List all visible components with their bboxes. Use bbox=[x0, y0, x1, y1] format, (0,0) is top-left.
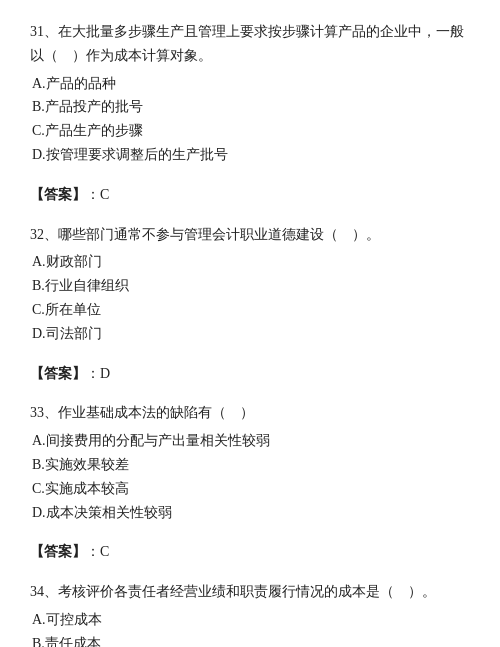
question-33-option-c: C.实施成本较高 bbox=[32, 477, 470, 501]
answer-32: 【答案】：D bbox=[30, 362, 470, 386]
question-34-text: 34、考核评价各责任者经营业绩和职责履行情况的成本是（ ）。 bbox=[30, 580, 470, 604]
question-32-option-b: B.行业自律组织 bbox=[32, 274, 470, 298]
answer-33-label: 【答案】 bbox=[30, 544, 86, 559]
question-34: 34、考核评价各责任者经营业绩和职责履行情况的成本是（ ）。 A.可控成本 B.… bbox=[30, 580, 470, 647]
answer-33: 【答案】：C bbox=[30, 540, 470, 564]
answer-32-value: D bbox=[100, 366, 110, 381]
question-32: 32、哪些部门通常不参与管理会计职业道德建设（ ）。 A.财政部门 B.行业自律… bbox=[30, 223, 470, 346]
question-31-option-c: C.产品生产的步骤 bbox=[32, 119, 470, 143]
question-31-option-b: B.产品投产的批号 bbox=[32, 95, 470, 119]
question-31: 31、在大批量多步骤生产且管理上要求按步骤计算产品的企业中，一般以（ ）作为成本… bbox=[30, 20, 470, 167]
question-33-option-d: D.成本决策相关性较弱 bbox=[32, 501, 470, 525]
question-31-text: 31、在大批量多步骤生产且管理上要求按步骤计算产品的企业中，一般以（ ）作为成本… bbox=[30, 20, 470, 68]
question-32-option-a: A.财政部门 bbox=[32, 250, 470, 274]
question-31-option-a: A.产品的品种 bbox=[32, 72, 470, 96]
question-33-text: 33、作业基础成本法的缺陷有（ ） bbox=[30, 401, 470, 425]
question-33-option-a: A.间接费用的分配与产出量相关性较弱 bbox=[32, 429, 470, 453]
question-34-option-b: B.责任成本 bbox=[32, 632, 470, 647]
answer-32-label: 【答案】 bbox=[30, 366, 86, 381]
answer-33-value: C bbox=[100, 544, 109, 559]
question-34-option-a: A.可控成本 bbox=[32, 608, 470, 632]
question-33: 33、作业基础成本法的缺陷有（ ） A.间接费用的分配与产出量相关性较弱 B.实… bbox=[30, 401, 470, 524]
answer-31-label: 【答案】 bbox=[30, 187, 86, 202]
question-32-option-d: D.司法部门 bbox=[32, 322, 470, 346]
question-33-option-b: B.实施效果较差 bbox=[32, 453, 470, 477]
question-31-option-d: D.按管理要求调整后的生产批号 bbox=[32, 143, 470, 167]
question-32-option-c: C.所在单位 bbox=[32, 298, 470, 322]
answer-31: 【答案】：C bbox=[30, 183, 470, 207]
question-32-text: 32、哪些部门通常不参与管理会计职业道德建设（ ）。 bbox=[30, 223, 470, 247]
answer-31-value: C bbox=[100, 187, 109, 202]
